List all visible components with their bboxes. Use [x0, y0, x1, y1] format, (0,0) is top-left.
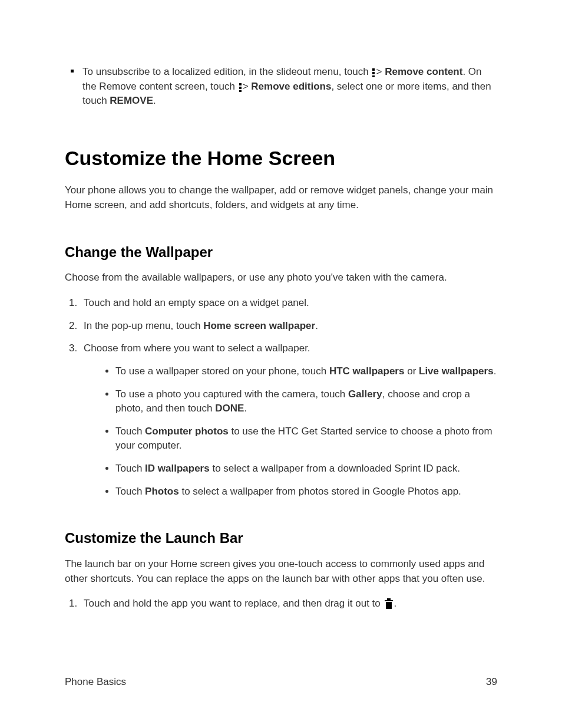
footer-section-title: Phone Basics: [65, 675, 126, 690]
paragraph: The launch bar on your Home screen gives…: [65, 557, 497, 586]
text: Touch and hold the app you want to repla…: [84, 598, 383, 609]
list-item: To use a photo you captured with the cam…: [115, 387, 497, 416]
unsubscribe-bullet: To unsubscribe to a localized edition, i…: [82, 65, 497, 108]
text: Touch: [115, 426, 145, 437]
text: Gallery: [348, 388, 382, 400]
step: In the pop-up menu, touch Home screen wa…: [80, 319, 497, 334]
text: To unsubscribe to a localized edition, i…: [82, 66, 369, 77]
step: Touch and hold the app you want to repla…: [80, 597, 497, 611]
list-item: Touch Computer photos to use the HTC Get…: [115, 424, 497, 453]
text: .: [315, 320, 318, 331]
text: Remove editions: [251, 81, 331, 92]
text: HTC wallpapers: [329, 365, 405, 377]
text: .: [494, 365, 497, 377]
paragraph: Your phone allows you to change the wall…: [65, 183, 497, 212]
heading-customize-home-screen: Customize the Home Screen: [65, 144, 497, 173]
paragraph: Choose from the available wallpapers, or…: [65, 271, 497, 285]
text: to select a wallpaper from a downloaded …: [210, 463, 460, 474]
text: >: [376, 66, 382, 77]
text: Computer photos: [145, 426, 229, 437]
trash-icon: [385, 600, 392, 609]
list-item: Touch ID wallpapers to select a wallpape…: [115, 462, 497, 476]
text: REMOVE: [110, 95, 153, 106]
text: DONE: [215, 403, 244, 414]
heading-change-wallpaper: Change the Wallpaper: [65, 242, 497, 263]
text: Touch: [115, 486, 145, 497]
heading-customize-launch-bar: Customize the Launch Bar: [65, 528, 497, 549]
text: .: [153, 95, 156, 106]
step: Touch and hold an empty space on a widge…: [80, 296, 497, 311]
text: To use a photo you captured with the cam…: [115, 388, 348, 400]
page-number: 39: [486, 675, 497, 690]
text: In the pop-up menu, touch: [84, 320, 203, 331]
overflow-menu-icon: [372, 68, 375, 77]
text: Photos: [145, 486, 179, 497]
text: or: [404, 365, 419, 377]
list-item: Touch Photos to select a wallpaper from …: [115, 485, 497, 499]
text: Touch: [115, 463, 145, 474]
text: Live wallpapers: [419, 365, 494, 377]
list-item: To use a wallpaper stored on your phone,…: [115, 364, 497, 379]
text: To use a wallpaper stored on your phone,…: [115, 365, 329, 377]
text: to select a wallpaper from photos stored…: [179, 486, 461, 497]
text: >: [243, 81, 249, 92]
text: .: [394, 598, 396, 609]
text: .: [244, 403, 247, 414]
step: Choose from where you want to select a w…: [80, 341, 497, 499]
overflow-menu-icon: [239, 83, 242, 92]
text: Touch and hold an empty space on a widge…: [84, 297, 309, 308]
text: Choose from where you want to select a w…: [84, 342, 310, 354]
text: Remove content: [385, 66, 462, 77]
text: ID wallpapers: [145, 463, 210, 474]
text: Home screen wallpaper: [203, 320, 315, 331]
